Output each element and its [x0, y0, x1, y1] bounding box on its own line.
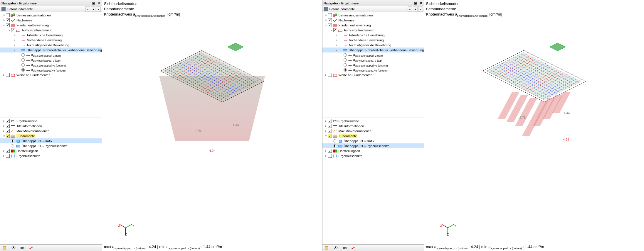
tree-item[interactable]: v Fundamentbewehrung — [0, 23, 102, 28]
tree-item[interactable]: >Werte an Fundamenten — [322, 72, 424, 77]
expand-icon[interactable]: > — [335, 44, 339, 47]
checkbox[interactable] — [328, 134, 332, 138]
radio[interactable] — [344, 53, 347, 57]
viewport-3d[interactable]: Sichtbarkeitsmodus Betonfundamente Knote… — [102, 0, 322, 251]
collapse-icon[interactable]: v — [324, 24, 328, 27]
tree-item[interactable]: > Titelinformationen — [0, 123, 102, 128]
expand-icon[interactable]: > — [2, 155, 6, 157]
tree-item[interactable]: > Nachweise — [0, 18, 102, 23]
collapse-icon[interactable]: v — [13, 49, 16, 52]
model-canvas-2d[interactable]: 2.78 1.44 4.24 XYZ — [430, 18, 638, 242]
radio-checked[interactable] — [11, 139, 14, 143]
radio[interactable] — [11, 144, 14, 147]
radio[interactable] — [333, 139, 336, 143]
radio-item-2d[interactable]: Überlappt | 2D-Ergebnisschnitte — [322, 143, 424, 148]
checkbox[interactable] — [328, 129, 332, 133]
radio-item[interactable]: —aas,y,overlapped,-z (top) — [0, 57, 102, 62]
expand-icon[interactable]: > — [2, 130, 6, 133]
expand-icon[interactable]: > — [2, 14, 6, 17]
close-icon[interactable]: ✕ — [97, 1, 101, 5]
tree-item[interactable]: vFundamentbewehrung — [322, 23, 424, 28]
tree-item[interactable]: >Bemessungssituationen — [322, 13, 424, 18]
radio-checked[interactable] — [344, 68, 347, 72]
radio-item-3d[interactable]: Überlappt | 3D-Grafik — [0, 138, 102, 143]
expand-icon[interactable]: > — [324, 14, 328, 17]
checkbox[interactable] — [6, 134, 10, 138]
combo-chevron-down-icon[interactable]: ⌄ — [408, 6, 412, 12]
tree-item-selected[interactable]: v Überlappt | Erforderliche vs. vorhande… — [0, 48, 102, 52]
collapse-icon[interactable]: v — [7, 29, 11, 32]
expand-icon[interactable]: > — [324, 120, 328, 123]
checkbox[interactable] — [328, 13, 332, 17]
radio[interactable] — [21, 58, 25, 62]
checkbox[interactable] — [6, 73, 10, 77]
tree-item-selected[interactable]: vÜberlappt | Erforderliche vs. vorhanden… — [322, 48, 424, 52]
expand-icon[interactable]: > — [2, 120, 6, 123]
toolbar-display-icon[interactable] — [28, 245, 34, 250]
toolbar-camera-icon[interactable] — [341, 245, 348, 250]
radio[interactable] — [344, 58, 347, 62]
tree-item[interactable]: > Vorhandene Bewehrung — [0, 38, 102, 43]
radio-checked[interactable] — [333, 144, 336, 147]
radio-item[interactable]: —aas,x,overlapped,+z (bottom) — [322, 62, 424, 67]
radio[interactable] — [21, 63, 25, 67]
expand-icon[interactable]: > — [324, 150, 328, 152]
checkbox[interactable] — [333, 28, 337, 32]
combo-prev-icon[interactable]: ◂ — [413, 6, 418, 12]
tree-item[interactable]: > Erforderliche Bewehrung — [0, 33, 102, 38]
tree-item[interactable]: > Bemessungssituationen — [0, 13, 102, 18]
checkbox[interactable] — [328, 73, 332, 77]
checkbox[interactable] — [328, 154, 332, 158]
radio-item-2d[interactable]: Überlappt | 2D-Ergebnisschnitte — [0, 143, 102, 148]
tree-item[interactable]: > Werte an Fundamenten — [0, 72, 102, 77]
tree-item[interactable]: >Ergebnisschnitte — [322, 153, 424, 158]
expand-icon[interactable]: > — [2, 74, 6, 77]
tree-item[interactable]: > Nicht abgedeckte Bewehrung — [0, 43, 102, 48]
radio-item[interactable]: —aas,y,overlapped,-z (top) — [322, 57, 424, 62]
radio-item[interactable]: —aas,y,overlapped,+z (bottom) — [322, 67, 424, 72]
tree-item[interactable]: >Vorhandene Bewehrung — [322, 38, 424, 43]
expand-icon[interactable]: > — [335, 34, 339, 37]
tree-item[interactable]: >Darstellungsart — [322, 148, 424, 153]
tree-item[interactable]: >Nicht abgedeckte Bewehrung — [322, 43, 424, 48]
checkbox[interactable] — [6, 119, 10, 123]
radio-item-3d[interactable]: Überlappt | 3D-Grafik — [322, 138, 424, 143]
checkbox[interactable] — [6, 23, 10, 27]
checkbox[interactable] — [6, 18, 10, 22]
combo-chevron-down-icon[interactable]: ⌄ — [85, 6, 90, 12]
collapse-icon[interactable]: v — [2, 135, 6, 138]
pin-icon[interactable]: ▣ — [91, 1, 95, 5]
tree-item[interactable]: v Auf Einzelfundament — [0, 28, 102, 33]
collapse-icon[interactable]: v — [2, 24, 6, 27]
tree-item-fundamente[interactable]: v Fundamente — [0, 133, 102, 138]
tree-item[interactable]: >Nachweise — [322, 18, 424, 23]
checkbox[interactable] — [11, 28, 15, 32]
checkbox[interactable] — [6, 129, 10, 133]
radio-item[interactable]: —aas,x,overlapped,-z (top) — [0, 52, 102, 57]
tree-item[interactable]: > 123 Ergebniswerte — [0, 118, 102, 123]
tree-item-fundamente[interactable]: vFundamente — [322, 133, 424, 138]
tree-item[interactable]: vAuf Einzelfundament — [322, 28, 424, 33]
combo-prev-icon[interactable]: ◂ — [91, 6, 95, 12]
combo-next-icon[interactable]: ▸ — [418, 6, 423, 12]
collapse-icon[interactable]: v — [324, 135, 328, 138]
checkbox[interactable] — [6, 13, 10, 17]
pin-icon[interactable]: ▣ — [413, 1, 418, 5]
expand-icon[interactable]: > — [324, 74, 328, 77]
radio[interactable] — [344, 63, 347, 67]
toolbar-eye-icon[interactable] — [10, 245, 17, 250]
checkbox[interactable] — [6, 154, 10, 158]
toolbar-eye-icon[interactable] — [332, 245, 339, 250]
toolbar-select-icon[interactable] — [1, 245, 8, 250]
checkbox[interactable] — [328, 124, 332, 128]
tree-item[interactable]: >Max/Min-Informationen — [322, 128, 424, 133]
checkbox[interactable] — [6, 124, 10, 128]
expand-icon[interactable]: > — [324, 19, 328, 22]
tree-item[interactable]: >Titelinformationen — [322, 123, 424, 128]
checkbox[interactable] — [328, 18, 332, 22]
tree-item[interactable]: > Max/Min-Informationen — [0, 128, 102, 133]
tree-item[interactable]: > Darstellungsart — [0, 148, 102, 153]
expand-icon[interactable]: > — [13, 39, 16, 42]
collapse-icon[interactable]: v — [329, 29, 333, 32]
navigator-titlebar[interactable]: Navigator - Ergebnisse ▣ ✕ — [0, 0, 102, 6]
